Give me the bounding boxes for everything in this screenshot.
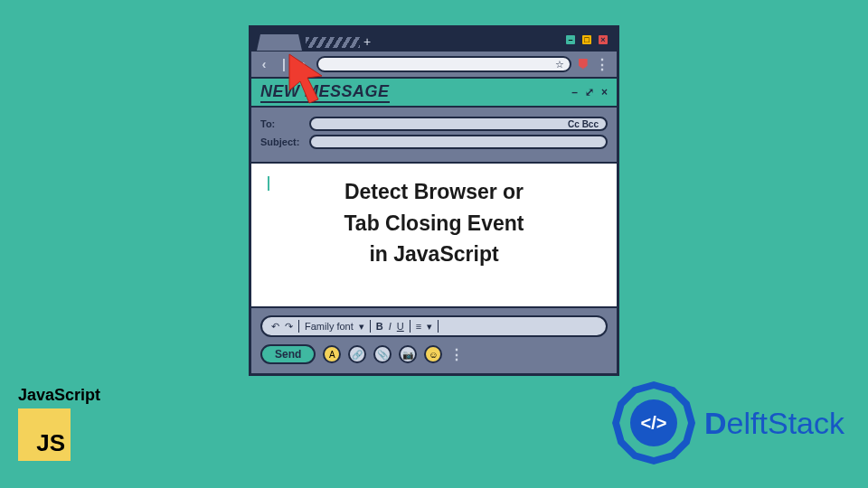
toolbar-separator [438,320,439,333]
browser-menu-button[interactable]: ⋮ [595,56,611,73]
insert-photo-button[interactable]: 📷 [399,345,417,363]
window-maximize-button[interactable]: □ [580,33,593,46]
undo-button[interactable]: ↶ [271,321,279,333]
tab-strip: + – □ × [251,28,617,52]
compose-fields: To: Cc Bcc Subject: [251,108,617,164]
text-cursor [268,176,269,191]
insert-link-button[interactable]: 🔗 [348,345,366,363]
tab-loading-stripes [306,37,360,48]
toolbar-separator [370,320,371,333]
nav-back-button[interactable]: ‹ [257,57,271,71]
align-button[interactable]: ≡ [416,321,421,332]
format-toolbar: ↶ ↷ Family font ▾ B I U ≡ ▾ [260,315,608,337]
red-cursor-arrow-icon [288,52,333,107]
js-badge: JS [18,408,71,461]
body-line-1: Detect Browser or [273,176,595,208]
font-family-select[interactable]: Family font [305,321,354,332]
new-tab-button[interactable]: + [363,34,371,49]
insert-emoji-button[interactable]: ☺ [424,345,442,363]
compose-minimize-button[interactable]: – [571,86,578,99]
to-input[interactable]: Cc Bcc [309,117,608,131]
window-minimize-button[interactable]: – [564,33,577,46]
subject-label: Subject: [260,136,302,147]
body-line-3: in JavaScript [273,239,595,270]
cc-button[interactable]: Cc [568,119,580,129]
bold-button[interactable]: B [376,321,383,332]
align-caret-icon[interactable]: ▾ [427,321,432,333]
bcc-button[interactable]: Bcc [582,119,599,129]
delftstack-wordmark: DelftStack [704,406,844,441]
shield-icon[interactable]: ⛊ [577,57,590,71]
delftstack-logo: </> DelftStack [612,381,844,465]
to-label: To: [260,118,302,129]
redo-button[interactable]: ↷ [285,321,293,333]
send-button[interactable]: Send [260,344,316,364]
text-color-button[interactable]: A [323,345,341,363]
url-field[interactable]: ☆ [316,56,571,72]
compose-more-button[interactable]: ⋮ [449,346,466,363]
italic-button[interactable]: I [389,321,392,332]
javascript-label: JavaScript [18,386,100,405]
font-caret-icon[interactable]: ▾ [359,321,364,333]
svg-marker-0 [289,54,322,103]
compose-expand-button[interactable]: ⤢ [585,86,594,99]
javascript-logo: JavaScript JS [18,386,100,461]
underline-button[interactable]: U [397,321,404,332]
window-controls: – □ × [564,33,609,46]
delftstack-emblem: </> [612,381,695,465]
compose-toolbar: ↶ ↷ Family font ▾ B I U ≡ ▾ Send A 🔗 📎 📷… [251,308,617,373]
compose-body[interactable]: Detect Browser or Tab Closing Event in J… [251,164,617,308]
code-icon: </> [630,399,677,446]
bookmark-star-icon[interactable]: ☆ [555,59,564,70]
body-text: Detect Browser or Tab Closing Event in J… [273,176,595,270]
subject-input[interactable] [309,135,608,149]
browser-tab-active[interactable] [257,34,302,51]
attach-file-button[interactable]: 📎 [373,345,392,363]
toolbar-separator [410,320,410,333]
window-close-button[interactable]: × [597,33,609,46]
body-line-2: Tab Closing Event [273,208,595,239]
compose-close-button[interactable]: × [601,86,608,99]
toolbar-separator [298,320,299,333]
